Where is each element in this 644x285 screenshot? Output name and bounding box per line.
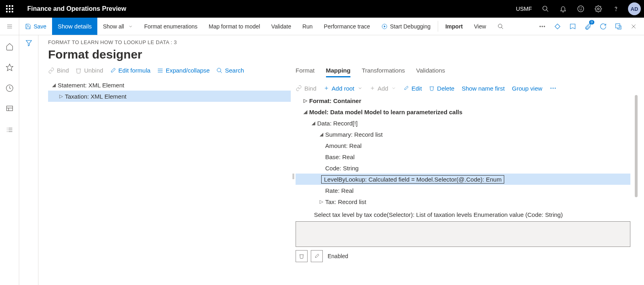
tab-format[interactable]: Format — [296, 67, 315, 77]
tree-row-format-container[interactable]: ▷Format: Container — [296, 95, 630, 106]
expand-collapse-button[interactable]: Expand/collapse — [157, 67, 210, 74]
start-debugging-button[interactable]: Start Debugging — [376, 18, 436, 35]
svg-rect-7 — [9, 11, 10, 12]
diamond-icon[interactable] — [551, 20, 564, 33]
run-button[interactable]: Run — [297, 18, 318, 35]
avatar[interactable]: AD — [628, 2, 641, 15]
more-icon[interactable] — [536, 20, 549, 33]
svg-point-14 — [598, 8, 600, 10]
tree-row-tax[interactable]: ▷Tax: Record list — [296, 196, 630, 207]
tree-row-data-record[interactable]: ◢Data: Record[!] — [296, 117, 630, 129]
nav-toggle[interactable] — [0, 18, 19, 35]
svg-point-21 — [498, 24, 502, 28]
selector-info: Select tax level by tax code(Selector): … — [296, 207, 630, 221]
workspaces-icon[interactable] — [2, 101, 18, 117]
group-view-button[interactable]: Group view — [512, 85, 542, 92]
collapse-icon[interactable]: ◢ — [309, 120, 317, 126]
star-icon[interactable] — [2, 59, 18, 75]
home-icon[interactable] — [2, 38, 18, 55]
svg-rect-3 — [6, 8, 8, 10]
view-button[interactable]: View — [469, 18, 492, 35]
tree-row-rate[interactable]: Rate: Real — [296, 185, 630, 196]
splitter-handle[interactable]: ‖ — [291, 67, 296, 285]
validate-button[interactable]: Validate — [266, 18, 297, 35]
map-format-to-model-button[interactable]: Map format to model — [203, 18, 266, 35]
svg-rect-0 — [6, 5, 8, 7]
show-details-button[interactable]: Show details — [52, 18, 97, 35]
svg-point-12 — [580, 8, 580, 8]
search-command[interactable] — [492, 18, 509, 35]
svg-line-22 — [501, 27, 503, 29]
svg-rect-32 — [6, 106, 12, 111]
svg-line-46 — [220, 71, 222, 73]
svg-point-52 — [553, 88, 554, 89]
book-icon[interactable] — [566, 20, 579, 33]
app-launcher[interactable] — [0, 0, 19, 18]
svg-marker-41 — [26, 40, 32, 46]
expand-icon[interactable]: ▷ — [317, 199, 325, 204]
tree-row-base[interactable]: Base: Real — [296, 151, 630, 162]
show-name-first-button[interactable]: Show name first — [462, 85, 505, 92]
edit-button[interactable]: Edit — [403, 85, 422, 92]
modules-icon[interactable] — [2, 122, 18, 138]
formula-display[interactable] — [296, 221, 630, 247]
expand-icon[interactable]: ▷ — [301, 98, 309, 103]
expand-icon[interactable]: ▷ — [57, 93, 65, 99]
svg-point-25 — [544, 26, 545, 26]
legal-entity[interactable]: USMF — [516, 6, 532, 12]
bell-icon[interactable] — [555, 1, 571, 17]
edit-formula-button[interactable]: Edit formula — [110, 67, 151, 74]
tree-row-model[interactable]: ◢Model: Data model Model to learn parame… — [296, 106, 630, 117]
add-button[interactable]: Add — [370, 85, 396, 92]
attachments-icon[interactable]: 0 — [582, 20, 594, 33]
tree-row-statement[interactable]: ◢Statement: XML Element — [48, 79, 291, 91]
svg-marker-20 — [384, 25, 385, 27]
tree-row-code[interactable]: Code: String — [296, 162, 630, 174]
tab-validations[interactable]: Validations — [416, 67, 445, 77]
save-button[interactable]: Save — [19, 18, 52, 35]
collapse-icon[interactable]: ◢ — [301, 109, 309, 115]
bind-button[interactable]: Bind — [48, 67, 69, 74]
import-button[interactable]: Import — [440, 18, 469, 35]
collapse-icon[interactable]: ◢ — [317, 131, 325, 137]
filter-icon[interactable] — [25, 39, 32, 285]
add-root-button[interactable]: Add root — [324, 85, 362, 92]
gear-icon[interactable] — [590, 1, 606, 17]
popout-icon[interactable] — [612, 20, 625, 33]
svg-rect-1 — [9, 5, 10, 7]
collapse-icon[interactable]: ◢ — [50, 82, 58, 88]
search-icon[interactable] — [537, 1, 553, 17]
help-icon[interactable] — [608, 1, 624, 17]
edit-formula-square-button[interactable] — [311, 250, 323, 262]
svg-line-10 — [546, 10, 548, 12]
tree-row-amount[interactable]: Amount: Real — [296, 140, 630, 151]
performance-trace-button[interactable]: Performance trace — [318, 18, 376, 35]
show-all-button[interactable]: Show all — [97, 18, 139, 35]
refresh-icon[interactable] — [597, 20, 610, 33]
recent-icon[interactable] — [2, 80, 18, 96]
tree-row-levelbylookup[interactable]: LevelByLookup: Calculated field = Model.… — [296, 174, 630, 185]
tab-transformations[interactable]: Transformations — [362, 67, 405, 77]
svg-point-11 — [578, 6, 584, 12]
close-icon[interactable] — [627, 20, 640, 33]
scrollbar-thumb[interactable] — [635, 95, 638, 197]
tree-row-summary[interactable]: ◢Summary: Record list — [296, 129, 630, 140]
breadcrumb: FORMAT TO LEARN HOW TO LOOKUP LE DATA : … — [38, 39, 644, 48]
svg-point-45 — [217, 68, 221, 72]
format-enumerations-button[interactable]: Format enumerations — [139, 18, 203, 35]
unbind-button[interactable]: Unbind — [75, 67, 103, 74]
tree-row-taxation[interactable]: ▷Taxation: XML Element — [48, 91, 291, 102]
mapping-more-icon[interactable] — [549, 85, 557, 92]
tab-mapping[interactable]: Mapping — [326, 67, 351, 77]
svg-point-13 — [582, 8, 582, 8]
svg-rect-26 — [555, 24, 560, 29]
delete-button[interactable]: Delete — [429, 85, 454, 92]
page-title: Format designer — [38, 48, 644, 67]
mapping-bind-button[interactable]: Bind — [296, 85, 316, 92]
delete-formula-button[interactable] — [296, 250, 308, 262]
enabled-label: Enabled — [328, 253, 348, 259]
search-button[interactable]: Search — [216, 67, 244, 74]
svg-point-23 — [540, 26, 541, 26]
svg-rect-6 — [6, 11, 8, 12]
smile-icon[interactable] — [573, 1, 589, 17]
